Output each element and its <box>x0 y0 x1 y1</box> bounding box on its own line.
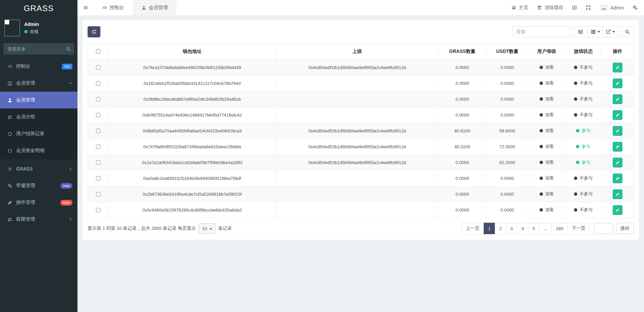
row-checkbox[interactable] <box>96 208 100 212</box>
table-row: 0x3fd9bc2bbcd6d867e960e24fc349d61fb29a45… <box>88 91 634 107</box>
sidebar-item-members[interactable]: 会员管理 <box>0 75 77 92</box>
wallet-address: 0x3fd9bc2bbcd6d867e960e24fc349d61fb29a45… <box>108 91 277 107</box>
status-dot-icon <box>574 177 577 180</box>
home-link[interactable]: 主页 <box>507 0 533 15</box>
row-checkbox[interactable] <box>96 192 100 196</box>
sidebar-item-label: 插件管理 <box>16 199 35 206</box>
select-all-checkbox[interactable] <box>96 49 100 54</box>
page-button-1[interactable]: 1 <box>484 223 495 234</box>
column-header-parent: 上级 <box>277 43 438 60</box>
page-size-dropdown[interactable]: 10 <box>199 223 216 234</box>
sidebar-item-settlement-records[interactable]: 用户结算记录 <box>0 125 77 142</box>
sidebar-item-member-management[interactable]: 会员管理 <box>0 92 77 108</box>
detail-view-button[interactable] <box>573 26 588 37</box>
language-icon <box>572 5 577 10</box>
page-button-4[interactable]: 4 <box>517 223 528 234</box>
row-checkbox[interactable] <box>96 176 100 181</box>
edit-button[interactable] <box>613 158 622 167</box>
wallet-address: 0x74ca107de8a8abfee498209b3fd01159e5f4d4… <box>108 60 277 75</box>
table-row: 0x5c9460e5815976285c4c88f9bccbe8dc835a8d… <box>88 202 634 218</box>
angles-right-icon <box>7 166 12 171</box>
sidebar-item-permissions[interactable]: 权限管理 <box>0 211 77 228</box>
home-icon <box>511 5 516 10</box>
users-icon <box>7 217 12 222</box>
sidebar-item-plugins[interactable]: 插件管理 new <box>0 194 77 211</box>
caret-down-icon <box>598 31 600 33</box>
table-footer: 显示第 1 到第 10 条记录，总共 2850 条记录 每页显示 10 条记录 … <box>88 223 634 234</box>
prev-page-button[interactable]: 上一页 <box>461 223 484 234</box>
users-icon <box>7 115 12 120</box>
search-toggle-button[interactable] <box>621 26 634 37</box>
table-search <box>513 26 570 37</box>
row-checkbox[interactable] <box>96 113 100 117</box>
view-button-group <box>573 26 618 37</box>
sidebar-item-dashboard[interactable]: 控制台 hot <box>0 58 77 75</box>
page-button-3[interactable]: 3 <box>506 223 517 234</box>
edit-button[interactable] <box>613 63 622 72</box>
sidebar-item-member-groups[interactable]: 会员分组 <box>0 108 77 125</box>
app-logo: GRASS <box>0 0 77 17</box>
table-row: 0x2a7a2a06341bda1cd2d4ab05b7f56b0dbe4a2d… <box>88 155 634 170</box>
tab-dashboard[interactable]: 控制台 <box>94 0 133 15</box>
sidebar: GRASS Admin 在线 控制台 hot 会员管理 会员管理 <box>0 0 77 312</box>
edit-button[interactable] <box>613 142 622 152</box>
edit-button[interactable] <box>613 79 622 88</box>
row-checkbox[interactable] <box>96 65 100 70</box>
language-button[interactable] <box>568 0 581 15</box>
export-button[interactable] <box>603 26 618 37</box>
sidebar-search-input[interactable] <box>3 43 74 55</box>
user-menu[interactable]: Admin <box>595 0 628 15</box>
status-dot-icon <box>576 145 579 148</box>
table-search-input[interactable] <box>513 26 570 37</box>
page-button-285[interactable]: 285 <box>551 223 568 234</box>
online-dot-icon <box>24 30 28 33</box>
sidebar-item-label: 控制台 <box>16 63 30 69</box>
usdt-amount: 0.0000 <box>487 202 528 218</box>
gear-icon <box>633 5 638 10</box>
sidebar-toggle-button[interactable] <box>77 0 94 15</box>
clear-cache-link[interactable]: 清除缓存 <box>533 0 568 15</box>
page-ellipsis-button[interactable]: ... <box>539 223 552 234</box>
refresh-button[interactable] <box>88 26 100 37</box>
user-level: 游客 <box>528 186 566 202</box>
user-icon <box>7 98 12 103</box>
tab-label: 会员管理 <box>149 5 168 11</box>
sidebar-item-member-funds[interactable]: 会员资金明细 <box>0 142 77 159</box>
game-status: 不参与 <box>566 186 601 202</box>
edit-button[interactable] <box>613 205 622 215</box>
fullscreen-icon <box>586 5 591 10</box>
search-icon <box>625 29 630 34</box>
row-checkbox[interactable] <box>96 160 100 165</box>
next-page-button[interactable]: 下一页 <box>568 223 590 234</box>
edit-button[interactable] <box>613 94 622 104</box>
page-button-2[interactable]: 2 <box>495 223 506 234</box>
wallet-address: 0x6b65d5a70aa4455fd9a9ad14cf4315e40642bc… <box>108 123 277 139</box>
grass-amount: 0.0000 <box>438 170 487 186</box>
usdt-amount: 82.2000 <box>487 155 528 170</box>
row-checkbox[interactable] <box>96 129 100 133</box>
settings-button[interactable] <box>628 0 642 15</box>
row-checkbox[interactable] <box>96 145 100 149</box>
page-button-5[interactable]: 5 <box>528 223 540 234</box>
tab-member-management[interactable]: 会员管理 <box>133 0 176 15</box>
pencil-icon <box>615 65 620 70</box>
row-checkbox[interactable] <box>96 97 100 101</box>
sidebar-item-general-settings[interactable]: 常规管理 new <box>0 177 77 194</box>
columns-button[interactable] <box>588 26 603 37</box>
level-dot-icon <box>540 161 543 164</box>
sidebar-item-grass[interactable]: GRASS <box>0 160 77 177</box>
row-checkbox[interactable] <box>96 81 100 86</box>
edit-button[interactable] <box>613 174 622 183</box>
user-level: 游客 <box>528 155 566 170</box>
wallet-address: 0x7479a6fc6f03328a87345bada8e815deec29dd… <box>108 139 277 155</box>
chevron-down-icon <box>68 81 72 85</box>
edit-button[interactable] <box>613 110 622 120</box>
pencil-icon <box>615 129 620 133</box>
game-status: 参与 <box>566 139 601 155</box>
jump-button[interactable]: 跳转 <box>616 223 634 234</box>
edit-button[interactable] <box>613 189 622 199</box>
fullscreen-button[interactable] <box>581 0 595 15</box>
cogs-icon <box>7 183 12 188</box>
edit-button[interactable] <box>613 126 622 136</box>
jump-page-input[interactable] <box>594 223 613 234</box>
